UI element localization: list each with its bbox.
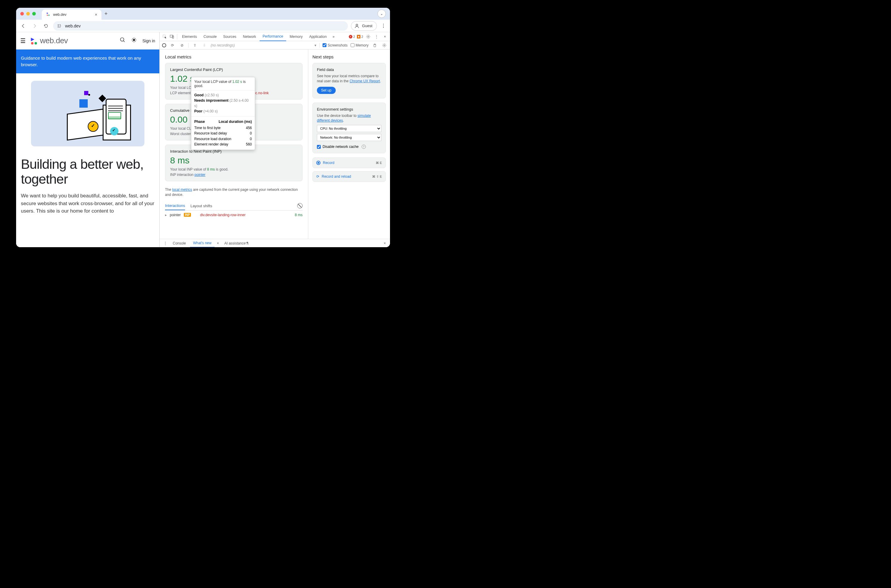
search-icon[interactable] — [120, 37, 126, 44]
tab-elements[interactable]: Elements — [179, 32, 200, 41]
inspect-element-icon[interactable] — [161, 33, 168, 40]
browser-menu-button[interactable]: ⋮ — [380, 23, 387, 28]
local-metrics-link[interactable]: local metrics — [172, 188, 192, 192]
hamburger-menu-button[interactable]: ☰ — [20, 37, 26, 44]
record-shortcut: ⌘ E — [376, 161, 382, 165]
tab-memory[interactable]: Memory — [287, 32, 305, 41]
upload-icon[interactable]: ⇧ — [192, 42, 198, 49]
minimize-window-button[interactable] — [26, 12, 30, 15]
drawer-tab-console[interactable]: Console — [170, 239, 189, 248]
browser-toolbar: web.dev Guest ⋮ — [16, 20, 390, 32]
tab-network[interactable]: Network — [240, 32, 259, 41]
site-settings-icon[interactable] — [57, 23, 62, 28]
record-button[interactable] — [162, 43, 166, 47]
interaction-time: 8 ms — [295, 213, 303, 217]
reload-icon: ⟳ — [316, 174, 319, 178]
drawer-menu-icon[interactable]: ⋮ — [162, 240, 168, 247]
svg-rect-14 — [170, 35, 173, 37]
env-settings-card: Environment settings Use the device tool… — [313, 103, 386, 153]
hero-title: Building a better web, together — [16, 154, 159, 189]
record-icon — [316, 161, 320, 165]
warnings-badge[interactable]: ■2 — [357, 35, 363, 39]
browser-tab[interactable]: web.dev × — [42, 9, 101, 20]
inp-card: Interaction to Next Paint (INP) 8 ms You… — [165, 145, 303, 181]
clear-interactions-icon[interactable] — [297, 203, 303, 208]
local-metrics-panel: Local metrics Largest Contentful Paint (… — [160, 50, 308, 239]
drawer-tab-ai[interactable]: AI assistance ⚗ — [221, 239, 252, 248]
interaction-row[interactable]: ▸ pointer INP div.devsite-landing-row-in… — [165, 210, 303, 219]
tab-performance[interactable]: Performance — [260, 32, 286, 41]
site-logo[interactable]: web.dev — [30, 36, 68, 45]
window-titlebar: web.dev × + ⌄ — [16, 8, 390, 20]
maximize-window-button[interactable] — [32, 12, 36, 15]
env-settings-text: Use the device toolbar to simulate diffe… — [317, 113, 381, 123]
network-throttling-select[interactable]: Network: No throttling — [317, 134, 381, 141]
devtools-menu-icon[interactable]: ⋮ — [373, 33, 380, 40]
logo-text: web.dev — [40, 36, 68, 45]
performance-toolbar: ⟳ ⊘ ⇧ ⇩ (no recordings) ▾ Screenshots Me… — [160, 41, 390, 50]
device-toolbar-icon[interactable] — [168, 33, 175, 40]
record-action[interactable]: Record ⌘ E — [313, 158, 386, 168]
forward-button[interactable] — [30, 22, 39, 30]
crux-link[interactable]: Chrome UX Report — [349, 79, 380, 83]
drawer-close-icon[interactable]: × — [382, 241, 388, 245]
interaction-element: div.devsite-landing-row-inner — [200, 213, 246, 217]
inp-value: 8 ms — [170, 155, 298, 165]
devtools-close-icon[interactable]: × — [382, 33, 388, 40]
cpu-throttling-select[interactable]: CPU: No throttling — [317, 125, 381, 132]
disable-cache-checkbox[interactable]: Disable network cache? — [317, 145, 381, 149]
svg-point-10 — [35, 42, 37, 44]
tabs-dropdown-button[interactable]: ⌄ — [377, 9, 386, 18]
tab-close-button[interactable]: × — [95, 12, 97, 17]
field-data-text: See how your local metrics compare to re… — [317, 74, 381, 84]
inp-interaction: INP interaction pointer — [170, 172, 298, 177]
clear-icon[interactable]: ⊘ — [179, 42, 185, 49]
hero-illustration — [16, 74, 159, 154]
address-bar[interactable]: web.dev — [53, 21, 348, 31]
record-reload-action[interactable]: ⟳ Record and reload ⌘ ⇧ E — [313, 171, 386, 182]
devtools-tabs: Elements Console Sources Network Perform… — [160, 32, 390, 41]
site-header: ☰ web.dev Sign in — [16, 32, 159, 50]
local-metrics-title: Local metrics — [165, 54, 303, 59]
svg-point-0 — [47, 15, 48, 16]
screenshots-checkbox[interactable]: Screenshots — [323, 43, 348, 47]
tab-sources[interactable]: Sources — [220, 32, 239, 41]
traffic-lights — [20, 12, 36, 15]
svg-point-1 — [48, 15, 50, 16]
address-text: web.dev — [65, 24, 81, 28]
drawer-tab-close-icon[interactable]: × — [216, 241, 220, 245]
recordings-select[interactable]: (no recordings) — [211, 43, 311, 47]
tab-application[interactable]: Application — [306, 32, 330, 41]
tooltip-thresholds: Good (≤2.50 s) Needs improvement (2.50 s… — [191, 91, 255, 117]
new-tab-button[interactable]: + — [104, 11, 108, 17]
tab-title: web.dev — [53, 12, 93, 17]
setup-button[interactable]: Set up — [317, 87, 336, 94]
theme-toggle-icon[interactable] — [131, 37, 137, 44]
help-icon[interactable]: ? — [362, 145, 366, 149]
profile-button[interactable]: Guest — [351, 21, 377, 31]
errors-badge[interactable]: ×2 — [349, 35, 355, 39]
flask-icon: ⚗ — [246, 241, 249, 245]
tooltip-table: PhaseLocal duration (ms) Time to first b… — [191, 117, 255, 150]
back-button[interactable] — [19, 22, 27, 30]
download-icon[interactable]: ⇩ — [201, 42, 208, 49]
svg-rect-2 — [58, 24, 59, 25]
gc-icon[interactable] — [371, 42, 378, 49]
next-steps-panel: Next steps Field data See how your local… — [308, 50, 390, 239]
reload-record-icon[interactable]: ⟳ — [169, 42, 176, 49]
svg-point-9 — [31, 42, 33, 44]
svg-point-7 — [60, 27, 60, 27]
interactions-tabs: Interactions Layout shifts — [165, 202, 303, 210]
tab-layout-shifts[interactable]: Layout shifts — [190, 202, 212, 210]
close-window-button[interactable] — [20, 12, 24, 15]
inp-pointer-link[interactable]: pointer — [195, 172, 206, 177]
panel-settings-icon[interactable] — [381, 42, 388, 49]
settings-icon[interactable] — [365, 33, 371, 40]
drawer-tab-whats-new[interactable]: What's new — [190, 239, 215, 248]
signin-link[interactable]: Sign in — [142, 39, 155, 43]
memory-checkbox[interactable]: Memory — [351, 43, 368, 47]
tab-console[interactable]: Console — [200, 32, 219, 41]
more-tabs-icon[interactable]: » — [330, 33, 337, 40]
tab-interactions[interactable]: Interactions — [165, 202, 185, 210]
reload-button[interactable] — [42, 22, 50, 30]
